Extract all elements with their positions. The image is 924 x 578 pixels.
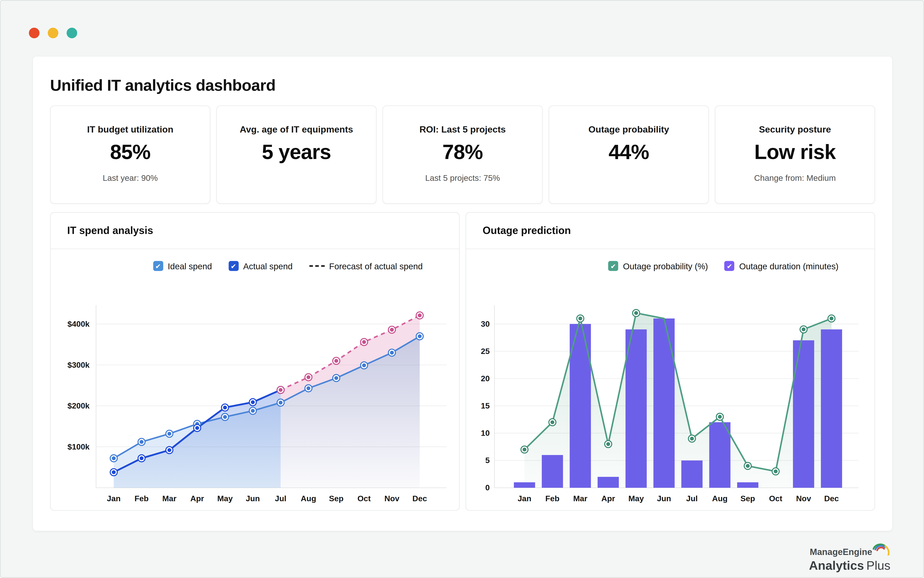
- point-actual-Mar[interactable]: [167, 448, 171, 452]
- point-probability-Jul[interactable]: [690, 437, 694, 440]
- chart-title: IT spend analysis: [51, 213, 459, 249]
- point-ideal-Jan[interactable]: [112, 456, 115, 460]
- kpi-subtext: Last 5 projects: 75%: [383, 173, 542, 183]
- legend-item-outage-duration[interactable]: ✔ Outage duration (minutes): [724, 261, 838, 271]
- x-axis-tick-label: Sep: [329, 494, 344, 503]
- close-window-icon[interactable]: [29, 28, 39, 38]
- y-axis-tick-label: $300k: [68, 360, 90, 369]
- y-axis-tick-label: 30: [481, 320, 490, 328]
- y-axis-tick-label: 15: [481, 401, 490, 410]
- kpi-value: 85%: [51, 140, 210, 164]
- y-axis-tick-label: 0: [485, 483, 490, 492]
- it-spend-analysis-card: IT spend analysis ✔ Ideal spend ✔ Actual…: [50, 212, 460, 511]
- point-actual-Feb[interactable]: [140, 456, 143, 460]
- legend-item-actual-spend[interactable]: ✔ Actual spend: [228, 261, 292, 271]
- point-ideal-Sep[interactable]: [334, 376, 338, 380]
- point-actual-Jun[interactable]: [251, 400, 255, 404]
- charts-row: IT spend analysis ✔ Ideal spend ✔ Actual…: [50, 212, 875, 511]
- x-axis-tick-label: Jan: [518, 494, 531, 503]
- y-axis-tick-label: 25: [481, 347, 490, 356]
- x-axis-tick-label: Jul: [275, 494, 286, 503]
- bar-May[interactable]: [625, 329, 647, 488]
- legend-label: Outage probability (%): [623, 261, 708, 271]
- legend-label: Ideal spend: [168, 261, 212, 271]
- checkbox-checked-icon[interactable]: ✔: [724, 261, 735, 271]
- point-ideal-Jul[interactable]: [279, 401, 283, 404]
- x-axis-tick-label: Mar: [573, 494, 587, 503]
- outage-chart-legend: ✔ Outage probability (%) ✔ Outage durati…: [519, 249, 875, 283]
- point-ideal-Mar[interactable]: [167, 432, 171, 435]
- point-probability-Dec[interactable]: [830, 317, 833, 320]
- point-forecast-Dec[interactable]: [418, 313, 422, 317]
- legend-label: Forecast of actual spend: [329, 261, 423, 271]
- checkbox-checked-icon[interactable]: ✔: [608, 261, 619, 271]
- point-forecast-Jul[interactable]: [279, 388, 283, 392]
- y-axis-tick-label: $100k: [68, 442, 90, 451]
- point-forecast-Aug[interactable]: [307, 375, 310, 379]
- bar-Aug[interactable]: [709, 422, 731, 488]
- point-probability-Nov[interactable]: [802, 328, 805, 331]
- dashed-line-icon: [309, 265, 324, 267]
- x-axis-tick-label: Jul: [686, 494, 698, 503]
- bar-Sep[interactable]: [737, 482, 758, 488]
- page-title: Unified IT analytics dashboard: [50, 76, 892, 95]
- point-ideal-Jun[interactable]: [251, 409, 255, 413]
- x-axis-tick-label: Dec: [412, 494, 427, 503]
- point-ideal-Aug[interactable]: [307, 386, 310, 390]
- app-window: Unified IT analytics dashboard IT budget…: [0, 0, 924, 578]
- chart-title: Outage prediction: [466, 213, 874, 249]
- kpi-card-it-budget-utilization: IT budget utilization 85% Last year: 90%: [50, 106, 210, 204]
- point-actual-Jan[interactable]: [112, 470, 115, 474]
- point-probability-Mar[interactable]: [578, 317, 582, 320]
- x-axis-tick-label: Aug: [712, 494, 728, 503]
- point-probability-Aug[interactable]: [718, 415, 722, 419]
- checkbox-checked-icon[interactable]: ✔: [153, 261, 163, 271]
- spend-chart-svg: $100k$200k$300k$400kJanFebMarAprMayJunJu…: [51, 283, 459, 511]
- x-axis-tick-label: Apr: [601, 494, 615, 503]
- x-axis-tick-label: Jun: [246, 494, 260, 503]
- point-probability-Sep[interactable]: [746, 464, 750, 468]
- bar-Jan[interactable]: [514, 482, 535, 488]
- kpi-label: ROI: Last 5 projects: [383, 124, 542, 135]
- point-forecast-Sep[interactable]: [334, 359, 338, 363]
- point-probability-Jan[interactable]: [523, 448, 526, 451]
- point-ideal-Feb[interactable]: [140, 440, 143, 444]
- point-ideal-Dec[interactable]: [418, 334, 422, 338]
- bar-Apr[interactable]: [598, 477, 619, 488]
- y-axis-tick-label: $400k: [68, 320, 90, 328]
- bar-Feb[interactable]: [542, 455, 563, 488]
- point-ideal-May[interactable]: [223, 415, 227, 419]
- kpi-row: IT budget utilization 85% Last year: 90%…: [50, 106, 875, 204]
- point-probability-Apr[interactable]: [606, 442, 610, 446]
- kpi-subtext: Last year: 90%: [51, 173, 210, 183]
- x-axis-tick-label: Mar: [162, 494, 177, 503]
- point-forecast-Nov[interactable]: [390, 328, 394, 331]
- x-axis-tick-label: Nov: [384, 494, 399, 503]
- point-actual-Apr[interactable]: [195, 426, 199, 430]
- point-ideal-Nov[interactable]: [390, 351, 394, 354]
- kpi-subtext: Change from: Medium: [715, 173, 874, 183]
- bar-Jul[interactable]: [681, 460, 703, 488]
- product-suffix: Plus: [866, 559, 890, 572]
- kpi-label: IT budget utilization: [51, 124, 210, 135]
- point-ideal-Oct[interactable]: [362, 364, 366, 367]
- legend-item-outage-probability[interactable]: ✔ Outage probability (%): [608, 261, 708, 271]
- x-axis-tick-label: Oct: [769, 494, 782, 503]
- point-probability-May[interactable]: [634, 311, 638, 315]
- bar-Jun[interactable]: [653, 318, 675, 488]
- legend-item-forecast[interactable]: Forecast of actual spend: [309, 261, 422, 271]
- legend-item-ideal-spend[interactable]: ✔ Ideal spend: [153, 261, 212, 271]
- point-probability-Oct[interactable]: [774, 469, 778, 473]
- kpi-card-security-posture: Security posture Low risk Change from: M…: [715, 106, 875, 204]
- minimize-window-icon[interactable]: [48, 28, 58, 38]
- x-axis-tick-label: Feb: [545, 494, 559, 503]
- bar-Dec[interactable]: [821, 329, 842, 488]
- maximize-window-icon[interactable]: [67, 28, 77, 38]
- kpi-value: 44%: [549, 140, 708, 164]
- bar-Nov[interactable]: [793, 340, 814, 488]
- point-forecast-Oct[interactable]: [362, 340, 366, 344]
- point-probability-Feb[interactable]: [551, 420, 554, 424]
- point-actual-May[interactable]: [223, 406, 227, 409]
- checkbox-checked-icon[interactable]: ✔: [228, 261, 239, 271]
- kpi-card-outage-probability: Outage probability 44%: [549, 106, 709, 204]
